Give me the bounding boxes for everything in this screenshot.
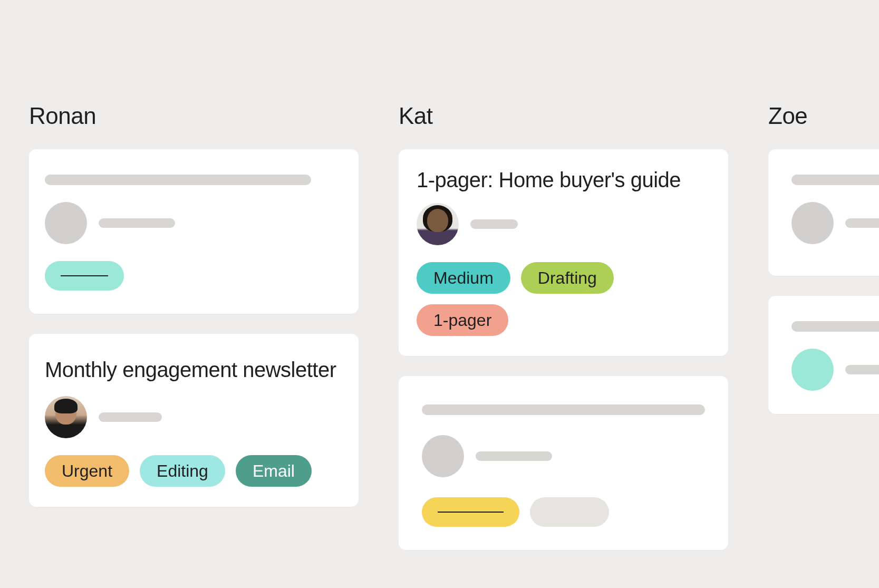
assignee-row [45, 396, 343, 438]
tags-row [422, 497, 705, 527]
column-kat: Kat 1-pager: Home buyer's guide Medium D… [399, 103, 728, 570]
tag-drafting[interactable]: Drafting [521, 262, 614, 294]
skeleton-line [476, 451, 552, 461]
tags-row [45, 261, 341, 291]
task-card[interactable]: 1-pager: Home buyer's guide Medium Draft… [399, 149, 728, 356]
assignee-row [791, 202, 879, 244]
skeleton-line [470, 219, 518, 229]
assignee-row [791, 349, 879, 391]
tags-row: Urgent Editing Email [45, 455, 343, 487]
avatar-placeholder [791, 202, 834, 244]
tag-placeholder [530, 497, 609, 527]
task-card[interactable] [768, 296, 879, 414]
column-title: Kat [399, 103, 728, 129]
assignee-row [45, 202, 341, 244]
avatar-placeholder [45, 202, 87, 244]
skeleton-title [45, 175, 311, 185]
tag-urgent[interactable]: Urgent [45, 455, 129, 487]
skeleton-title [422, 404, 705, 415]
task-card[interactable] [29, 149, 359, 314]
card-title: Monthly engagement newsletter [45, 356, 343, 383]
column-ronan: Ronan Monthly engagement newsletter Urge… [29, 103, 359, 570]
tag-editing[interactable]: Editing [140, 455, 225, 487]
avatar-placeholder [422, 435, 464, 477]
task-card[interactable]: Monthly engagement newsletter Urgent Edi… [29, 334, 359, 507]
assignee-row [422, 435, 705, 477]
column-title: Ronan [29, 103, 359, 129]
avatar[interactable] [45, 396, 87, 438]
avatar-placeholder [791, 349, 834, 391]
column-zoe: Zoe [768, 103, 879, 570]
skeleton-line [845, 218, 879, 228]
skeleton-line [99, 412, 162, 422]
tag-1pager[interactable]: 1-pager [417, 304, 508, 336]
card-title: 1-pager: Home buyer's guide [417, 166, 710, 194]
skeleton-line [99, 218, 175, 228]
skeleton-title [791, 175, 879, 185]
tag-placeholder [45, 261, 124, 291]
task-card[interactable] [399, 376, 728, 550]
tags-row: Medium Drafting 1-pager [417, 262, 710, 336]
tag-email[interactable]: Email [236, 455, 312, 487]
avatar[interactable] [417, 203, 459, 245]
assignee-row [417, 203, 710, 245]
skeleton-title [791, 321, 879, 332]
task-card[interactable] [768, 149, 879, 276]
tag-placeholder [422, 497, 519, 527]
kanban-board: Ronan Monthly engagement newsletter Urge… [29, 103, 879, 570]
column-title: Zoe [768, 103, 879, 129]
tag-medium[interactable]: Medium [417, 262, 510, 294]
skeleton-line [845, 365, 879, 374]
